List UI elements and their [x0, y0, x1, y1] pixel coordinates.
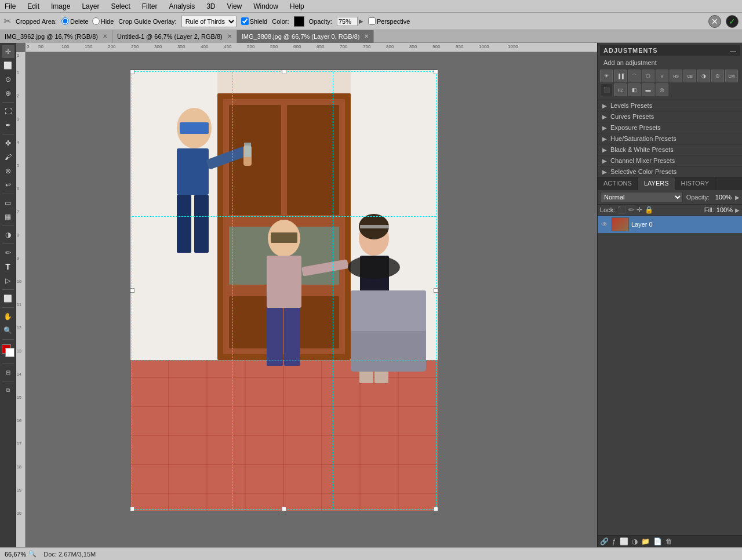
opacity-input[interactable]: [337, 17, 358, 26]
eyedropper-tool[interactable]: ✒: [2, 119, 14, 132]
preset-selective-color[interactable]: ▶ Selective Color Presets: [598, 166, 742, 177]
selective-color-adj-icon[interactable]: ◎: [656, 83, 668, 96]
quick-mask-mode[interactable]: ⊟: [2, 366, 14, 379]
layer-mask-icon[interactable]: ⬜: [620, 537, 628, 546]
tab-close-img3962[interactable]: ✕: [103, 33, 107, 39]
gradient-map-adj-icon[interactable]: ▬: [642, 83, 654, 96]
photo-filter-adj-icon[interactable]: ⊙: [711, 70, 724, 82]
canvas-area: 0 50 100 150 200 250 300 350 400 450 500…: [16, 43, 597, 547]
threshold-adj-icon[interactable]: ◧: [628, 83, 641, 96]
menu-filter[interactable]: Filter: [140, 1, 160, 12]
dodge-tool[interactable]: ◑: [2, 228, 14, 241]
tab-history[interactable]: HISTORY: [675, 177, 716, 190]
menu-select[interactable]: Select: [108, 1, 132, 12]
curves-adj-icon[interactable]: ⌒: [628, 70, 641, 82]
delete-radio[interactable]: Delete: [61, 17, 89, 25]
opacity-arrow-icon[interactable]: ▶: [735, 194, 740, 201]
lock-image-icon[interactable]: ✏: [628, 206, 634, 214]
menu-image[interactable]: Image: [49, 1, 72, 12]
brightness-contrast-adj-icon[interactable]: ☀: [600, 70, 613, 82]
lock-position-icon[interactable]: ✛: [636, 206, 642, 214]
layer-visibility-icon[interactable]: 👁: [600, 220, 609, 229]
menu-analysis[interactable]: Analysis: [166, 1, 197, 12]
tab-img3808[interactable]: IMG_3808.jpg @ 66,7% (Layer 0, RGB/8) ✕: [237, 30, 374, 43]
layer-effects-icon[interactable]: ƒ: [612, 537, 616, 546]
screen-mode[interactable]: ⧉: [2, 384, 14, 397]
zoom-tool[interactable]: 🔍: [2, 324, 14, 337]
fill-arrow-icon[interactable]: ▶: [735, 207, 740, 213]
fill-value[interactable]: 100%: [716, 206, 733, 213]
rectangle-tool[interactable]: ⬜: [2, 292, 14, 305]
new-fill-layer-icon[interactable]: ◑: [632, 537, 638, 546]
toolbar-separator-4: [2, 226, 14, 226]
posterize-adj-icon[interactable]: PZ: [614, 83, 627, 96]
blend-mode-select[interactable]: Normal Dissolve Multiply Screen Overlay: [600, 192, 683, 202]
eraser-tool[interactable]: ▭: [2, 197, 14, 209]
new-group-icon[interactable]: 📁: [641, 537, 650, 546]
gradient-tool[interactable]: ▦: [2, 210, 14, 223]
quick-selection-tool[interactable]: ⊕: [2, 87, 14, 100]
link-layers-icon[interactable]: 🔗: [600, 537, 609, 546]
lock-pixels-icon[interactable]: ⬛: [617, 206, 626, 214]
tab-close-img3808[interactable]: ✕: [364, 33, 369, 39]
tab-layers[interactable]: LAYERS: [638, 177, 675, 190]
zoom-value[interactable]: 66,67%: [5, 551, 26, 558]
perspective-check[interactable]: Perspective: [368, 17, 410, 25]
vibrance-adj-icon[interactable]: V: [656, 70, 668, 82]
foreground-background-colors[interactable]: [2, 344, 14, 358]
history-brush-tool[interactable]: ↩: [2, 179, 14, 191]
menu-help[interactable]: Help: [288, 1, 307, 12]
shield-color-swatch[interactable]: [294, 16, 304, 27]
channel-mixer-adj-icon[interactable]: CM: [725, 70, 738, 82]
menu-file[interactable]: File: [2, 1, 18, 12]
tab-untitled1[interactable]: Untitled-1 @ 66,7% (Layer 2, RGB/8) ✕: [112, 30, 237, 43]
shield-check[interactable]: Shield: [241, 17, 268, 25]
background-color[interactable]: [5, 348, 14, 357]
opacity-arrow[interactable]: ▶: [359, 18, 363, 24]
type-tool[interactable]: T: [2, 260, 14, 273]
delete-layer-icon[interactable]: 🗑: [665, 537, 672, 546]
black-white-adj-icon[interactable]: ◑: [697, 70, 710, 82]
menu-layer[interactable]: Layer: [79, 1, 101, 12]
new-layer-icon[interactable]: 📄: [653, 537, 662, 546]
preset-curves[interactable]: ▶ Curves Presets: [598, 111, 742, 122]
menu-window[interactable]: Window: [251, 1, 281, 12]
crop-guide-select[interactable]: Rule of Thirds Grid Diagonal Triangle Go…: [181, 16, 237, 27]
tab-img3962[interactable]: IMG_3962.jpg @ 16,7% (RGB/8) ✕: [0, 30, 112, 43]
spot-healing-brush-tool[interactable]: ✤: [2, 137, 14, 150]
rectangular-marquee-tool[interactable]: ⬜: [2, 59, 14, 72]
hide-radio[interactable]: Hide: [92, 17, 114, 25]
brush-tool[interactable]: 🖌: [2, 151, 14, 163]
tab-close-untitled1[interactable]: ✕: [227, 33, 232, 39]
pen-tool[interactable]: ✏: [2, 246, 14, 259]
adjustments-panel-close[interactable]: —: [730, 47, 736, 54]
invert-adj-icon[interactable]: ⬛: [600, 83, 613, 96]
image-svg: [130, 70, 438, 511]
tab-actions[interactable]: ACTIONS: [598, 177, 638, 190]
layer-item-layer0[interactable]: 👁 Layer 0: [598, 216, 742, 233]
menu-view[interactable]: View: [224, 1, 244, 12]
preset-hue-saturation[interactable]: ▶ Hue/Saturation Presets: [598, 133, 742, 144]
lock-all-icon[interactable]: 🔒: [645, 206, 653, 214]
hue-saturation-adj-icon[interactable]: HS: [670, 70, 682, 82]
exposure-adj-icon[interactable]: ⬡: [642, 70, 654, 82]
menu-3d[interactable]: 3D: [204, 1, 217, 12]
cancel-crop-button[interactable]: ✕: [708, 15, 721, 28]
clone-stamp-tool[interactable]: ⊗: [2, 165, 14, 177]
preset-exposure[interactable]: ▶ Exposure Presets: [598, 122, 742, 133]
confirm-crop-button[interactable]: ✓: [726, 15, 739, 28]
path-selection-tool[interactable]: ▷: [2, 274, 14, 287]
levels-adj-icon[interactable]: ▐▐: [614, 70, 627, 82]
crop-tool[interactable]: ⛶: [2, 105, 14, 118]
move-tool[interactable]: ✛: [2, 45, 14, 58]
toolbar-separator-5: [2, 243, 14, 244]
preset-levels[interactable]: ▶ Levels Presets: [598, 100, 742, 111]
layers-opacity-value[interactable]: 100%: [713, 194, 732, 201]
lasso-tool[interactable]: ⊙: [2, 73, 14, 86]
canvas-container[interactable]: [26, 52, 597, 547]
hand-tool[interactable]: ✋: [2, 310, 14, 323]
menu-edit[interactable]: Edit: [25, 1, 42, 12]
preset-black-white[interactable]: ▶ Black & White Presets: [598, 144, 742, 155]
color-balance-adj-icon[interactable]: CB: [683, 70, 696, 82]
preset-channel-mixer[interactable]: ▶ Channel Mixer Presets: [598, 155, 742, 166]
